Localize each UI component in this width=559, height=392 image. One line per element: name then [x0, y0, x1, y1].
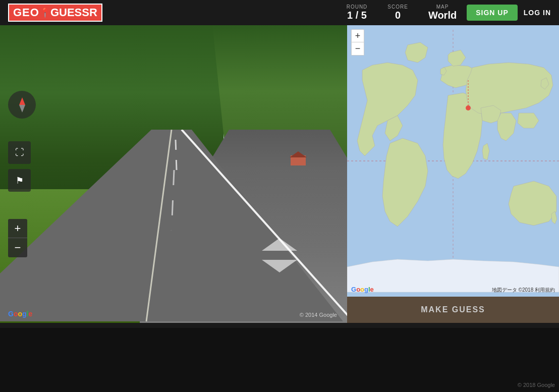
- flag-btn-container: ⚑: [8, 169, 31, 192]
- make-guess-button[interactable]: MAKE GUESS: [347, 297, 559, 323]
- logo-guessr: GUESSR: [50, 6, 97, 19]
- zoom-controls: + −: [8, 219, 27, 257]
- map-zoom-in-button[interactable]: +: [351, 29, 364, 42]
- compass-inner: [15, 97, 30, 113]
- map-zoom-out-button[interactable]: −: [351, 42, 364, 55]
- logo-geo: GEO: [13, 6, 39, 19]
- nav-arrow-down[interactable]: [262, 260, 297, 272]
- flag-button[interactable]: ⚑: [8, 169, 31, 192]
- compass[interactable]: [8, 91, 36, 119]
- bottom-area: © 2018 Google: [0, 328, 559, 392]
- bottom-copyright: © 2018 Google: [518, 382, 555, 388]
- left-controls: [8, 91, 36, 119]
- round-stat: ROUND 1 / 5: [347, 4, 368, 21]
- nav-arrow-up[interactable]: [262, 238, 297, 251]
- logo-box: GEO 📍 GUESSR: [8, 4, 102, 22]
- signup-button[interactable]: SIGN UP: [467, 5, 518, 21]
- login-button[interactable]: LOG IN: [524, 9, 551, 17]
- google-logo-map: Google: [351, 285, 374, 294]
- score-value: 0: [387, 10, 408, 21]
- sv-copyright: © 2014 Google: [300, 312, 337, 318]
- map-attribution: 地図データ ©2018 利用規約: [492, 287, 555, 294]
- zoom-out-button[interactable]: −: [8, 238, 27, 257]
- compass-north: [19, 97, 25, 105]
- map-container[interactable]: + − Google 地図データ ©2018 利用規約: [347, 25, 559, 297]
- expand-button[interactable]: ⛶: [8, 141, 31, 164]
- map-zoom-buttons: + −: [351, 29, 364, 55]
- logo-pin-icon: 📍: [39, 7, 50, 18]
- nav-arrows: [262, 238, 297, 272]
- world-map-svg: [347, 25, 559, 297]
- score-label: SCORE: [387, 4, 408, 10]
- map-label: MAP: [428, 4, 457, 10]
- map-value: World: [428, 10, 457, 21]
- map-panel: + − Google 地図データ ©2018 利用規約 MAKE GUESS: [347, 25, 559, 323]
- google-watermark: Google: [8, 310, 32, 318]
- map-stat: MAP World: [428, 4, 457, 21]
- score-stat: SCORE 0: [387, 4, 408, 21]
- round-value: 1 / 5: [347, 10, 368, 21]
- compass-south: [19, 105, 25, 113]
- expand-btn-container: ⛶: [8, 141, 31, 164]
- header: GEO 📍 GUESSR ROUND 1 / 5 SCORE 0 MAP Wor…: [0, 0, 559, 25]
- zoom-in-button[interactable]: +: [8, 219, 27, 238]
- logo: GEO 📍 GUESSR: [8, 4, 102, 22]
- house: [291, 150, 311, 165]
- round-label: ROUND: [347, 4, 368, 10]
